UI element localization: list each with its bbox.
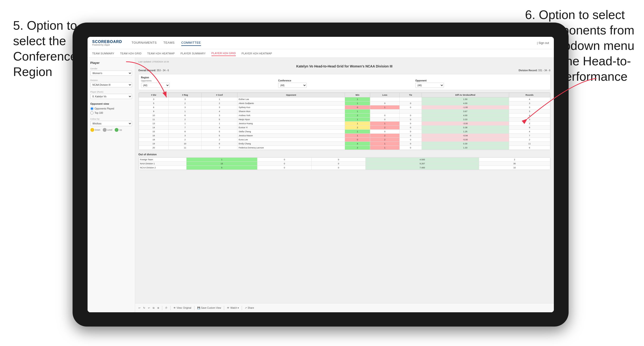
arrow-right	[489, 71, 608, 143]
legend-row: Down Level Up	[90, 128, 132, 132]
filters-row: Region Opponents: (All) Conference (All)	[141, 76, 548, 88]
sub-tab-player-summary[interactable]: PLAYER SUMMARY	[180, 51, 206, 56]
opponent-select[interactable]: (All)	[416, 83, 444, 88]
ood-table-row: NCAA Division 2 5 0 0 7.400 10	[139, 166, 550, 170]
watch-btn[interactable]: 👁 Watch ▾	[227, 307, 239, 309]
nav-tab-tournaments[interactable]: TOURNAMENTS	[132, 40, 157, 46]
undo-btn[interactable]: ↩	[138, 307, 140, 309]
table-row: 13 1 1 Jessica Huang 1 1 0 -3.00 2	[139, 122, 550, 126]
legend-level-label: Level	[107, 129, 112, 131]
nav-tab-committee[interactable]: COMMITTEE	[181, 40, 201, 46]
out-of-division-table: Foreign Team 1 0 0 4.500 2 NAIA Division…	[139, 158, 550, 170]
copy-btn[interactable]: ⧉	[153, 307, 154, 310]
toolbar-divider2	[170, 306, 170, 310]
save-custom-btn[interactable]: 💾 Save Custom View	[197, 307, 221, 309]
toolbar-divider4	[224, 306, 224, 310]
sub-tab-player-h2h-heatmap[interactable]: PLAYER H2H HEATMAP	[242, 51, 272, 56]
main-data-table-wrapper: # Div # Reg # Conf Opponent Win Loss Tie…	[138, 92, 550, 150]
record-row: Overall Record: 353 - 34 - 6 Division Re…	[138, 69, 550, 72]
out-of-division-header: Out of division	[138, 153, 550, 156]
last-updated: Last Updated: 27/03/2024 10:34	[138, 61, 550, 63]
app-navbar: SCOREBOARD Powered by clippd TOURNAMENTS…	[88, 37, 554, 49]
sign-out[interactable]: | Sign out	[537, 41, 549, 45]
col-conf: # Conf	[202, 93, 238, 97]
report-title: Katelyn Vo Head-to-Head Grid for Women's…	[138, 64, 550, 68]
arrow-left	[66, 55, 174, 126]
table-row: 5 2 2 Alexis Sudjianto 1 0 0 4.00 3	[139, 101, 550, 105]
legend-down-label: Down	[95, 129, 100, 131]
table-row: 3 3 1 Esther Lee 1 1.50 4	[139, 97, 550, 101]
table-row: 9 1 4 Sharon Mun 1 3.67 3	[139, 110, 550, 114]
table-row: 18 2 2 Euna Lee 0 2 0 -5.00 2	[139, 138, 550, 142]
table-row: 10 6 3 Andrea York 2 0 0 4.00 4	[139, 114, 550, 118]
sub-tab-player-h2h-grid[interactable]: PLAYER H2H GRID	[212, 51, 236, 56]
col-win: Win	[345, 93, 370, 97]
toolbar-divider1	[162, 306, 162, 310]
table-row: 19 10 6 Emily Chang 4 1 0 0.30 11	[139, 142, 550, 146]
table-row: 6 3 3 Sydney Kuo 0 1 0 -1.00 3	[139, 105, 550, 110]
table-row: 15 8 5 Stella Cheng 1 0 0 1.25 4	[139, 130, 550, 134]
table-row: 11 2 5 Heojo Hyun 1 0 0 3.33 3	[139, 118, 550, 122]
clock-btn[interactable]: ⏱	[165, 307, 168, 309]
main-data-table: # Div # Reg # Conf Opponent Win Loss Tie…	[139, 93, 550, 150]
dot-up	[115, 128, 118, 132]
share-btn[interactable]: ↗ Share	[245, 307, 254, 309]
paste-btn[interactable]: ⊕	[157, 307, 159, 309]
dot-down	[90, 128, 94, 132]
conference-select[interactable]: (All)	[278, 83, 307, 88]
table-row: 14 7 4 Eunice Yi 2 2 0 0.38 9	[139, 126, 550, 130]
ood-table-row: Foreign Team 1 0 0 4.500 2	[139, 158, 550, 162]
out-of-division-table-wrapper: Foreign Team 1 0 0 4.500 2 NAIA Division…	[138, 157, 550, 170]
conference-filter-group: Conference (All)	[278, 79, 410, 88]
app-logo: SCOREBOARD Powered by clippd	[92, 40, 122, 46]
legend-up-label: Up	[119, 129, 122, 131]
col-tie: Tie	[400, 93, 422, 97]
table-row: 16 3 5 Jessica Mason 1 2 0 -0.94 7	[139, 134, 550, 138]
undo2-btn[interactable]: ↩	[148, 307, 150, 309]
table-row: 20 11 7 Federica Domecq Lacroze 2 1 0 1.…	[139, 146, 550, 150]
bottom-toolbar: ↩ ↻ ↩ ⧉ ⊕ ⏱ 👁 View: Original 💾 Save Cust…	[135, 303, 554, 312]
redo-btn[interactable]: ↻	[143, 307, 145, 309]
col-loss: Loss	[370, 93, 400, 97]
view-original-btn[interactable]: 👁 View: Original	[174, 307, 192, 309]
filters-area: Region Opponents: (All) Conference (All)	[138, 74, 550, 90]
col-opponent: Opponent	[238, 93, 345, 97]
dot-level	[103, 128, 106, 132]
nav-tab-teams[interactable]: TEAMS	[164, 40, 174, 46]
nav-tabs: TOURNAMENTS TEAMS COMMITTEE	[132, 40, 201, 46]
ood-table-row: NAIA Division 1 15 0 0 9.267 30	[139, 162, 550, 166]
toolbar-divider5	[242, 306, 242, 310]
conference-filter-label: Conference	[278, 79, 410, 82]
